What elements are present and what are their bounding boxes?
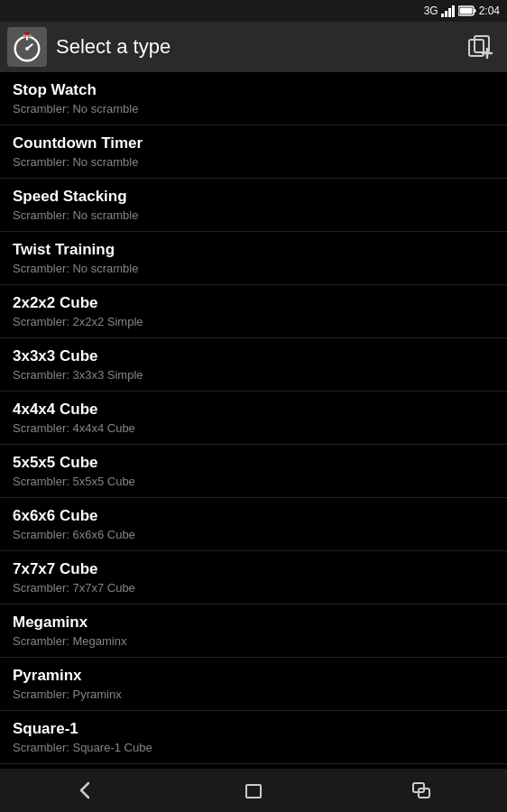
add-new-button[interactable] — [460, 27, 500, 67]
svg-rect-3 — [452, 5, 455, 17]
item-subtitle: Scrambler: 2x2x2 Simple — [13, 315, 496, 328]
item-title: Pyraminx — [13, 667, 496, 685]
item-title: Square-1 — [13, 720, 496, 738]
list-item[interactable]: Countdown TimerScrambler: No scramble — [0, 125, 507, 179]
item-title: 6x6x6 Cube — [13, 507, 496, 525]
svg-rect-1 — [445, 11, 447, 17]
item-title: Countdown Timer — [13, 134, 496, 152]
home-button[interactable] — [217, 772, 290, 808]
svg-rect-2 — [448, 8, 451, 17]
status-icons: 3G 2:04 — [424, 5, 500, 17]
list-item[interactable]: Square-1Scrambler: Square-1 Cube — [0, 711, 507, 764]
item-title: 4x4x4 Cube — [13, 401, 496, 419]
list-item[interactable]: 2x2x2 CubeScrambler: 2x2x2 Simple — [0, 285, 507, 338]
item-subtitle: Scrambler: Pyraminx — [13, 687, 496, 701]
list-item[interactable]: PyraminxScrambler: Pyraminx — [0, 658, 507, 711]
signal-icon — [441, 5, 456, 17]
item-subtitle: Scrambler: 4x4x4 Cube — [13, 421, 496, 435]
list-item[interactable]: 7x7x7 CubeScrambler: 7x7x7 Cube — [0, 551, 507, 604]
item-title: Stop Watch — [13, 81, 496, 99]
list-item[interactable]: 5x5x5 CubeScrambler: 5x5x5 Cube — [0, 445, 507, 498]
item-subtitle: Scrambler: 5x5x5 Cube — [13, 475, 496, 488]
time-text: 2:04 — [479, 5, 500, 17]
item-title: 3x3x3 Cube — [13, 347, 496, 365]
list-item[interactable]: Twist TrainingScrambler: No scramble — [0, 232, 507, 285]
item-title: Twist Training — [13, 241, 496, 259]
bottom-nav — [0, 769, 507, 812]
recents-icon — [410, 778, 435, 803]
copy-add-icon — [466, 32, 494, 61]
back-icon — [72, 778, 97, 803]
list-item[interactable]: 3x3x3 CubeScrambler: 3x3x3 Simple — [0, 338, 507, 392]
list-item[interactable]: MegaminxScrambler: Megaminx — [0, 604, 507, 658]
item-subtitle: Scrambler: 3x3x3 Simple — [13, 368, 496, 382]
list-item[interactable]: Speed StackingScrambler: No scramble — [0, 179, 507, 232]
item-subtitle: Scrambler: No scramble — [13, 102, 496, 115]
svg-point-11 — [25, 47, 29, 51]
svg-rect-6 — [459, 8, 472, 14]
app-header: Select a type — [0, 22, 507, 72]
list-item[interactable]: 6x6x6 CubeScrambler: 6x6x6 Cube — [0, 498, 507, 551]
svg-rect-13 — [469, 40, 484, 56]
item-subtitle: Scrambler: Megaminx — [13, 634, 496, 648]
signal-text: 3G — [424, 5, 438, 17]
stopwatch-svg — [10, 30, 44, 64]
header-left: Select a type — [7, 27, 171, 67]
svg-rect-12 — [24, 32, 30, 35]
item-title: Megaminx — [13, 614, 496, 632]
item-subtitle: Scrambler: 7x7x7 Cube — [13, 581, 496, 595]
item-subtitle: Scrambler: 6x6x6 Cube — [13, 528, 496, 541]
svg-rect-5 — [474, 9, 475, 13]
item-title: 2x2x2 Cube — [13, 294, 496, 312]
item-subtitle: Scrambler: No scramble — [13, 208, 496, 222]
back-button[interactable] — [49, 772, 121, 808]
app-icon — [7, 27, 47, 67]
svg-rect-0 — [441, 14, 444, 17]
item-title: 7x7x7 Cube — [13, 560, 496, 578]
recents-button[interactable] — [386, 772, 458, 808]
list-item[interactable]: 4x4x4 CubeScrambler: 4x4x4 Cube — [0, 392, 507, 445]
home-icon — [241, 778, 266, 803]
item-title: Speed Stacking — [13, 188, 496, 206]
list-item[interactable]: Stop WatchScrambler: No scramble — [0, 72, 507, 125]
item-subtitle: Scrambler: No scramble — [13, 262, 496, 275]
status-bar: 3G 2:04 — [0, 0, 507, 22]
svg-rect-17 — [246, 785, 261, 798]
battery-icon — [458, 5, 476, 16]
item-subtitle: Scrambler: Square-1 Cube — [13, 741, 496, 754]
item-subtitle: Scrambler: No scramble — [13, 155, 496, 169]
header-title: Select a type — [56, 35, 171, 59]
item-title: 5x5x5 Cube — [13, 454, 496, 472]
type-list: Stop WatchScrambler: No scrambleCountdow… — [0, 72, 507, 769]
